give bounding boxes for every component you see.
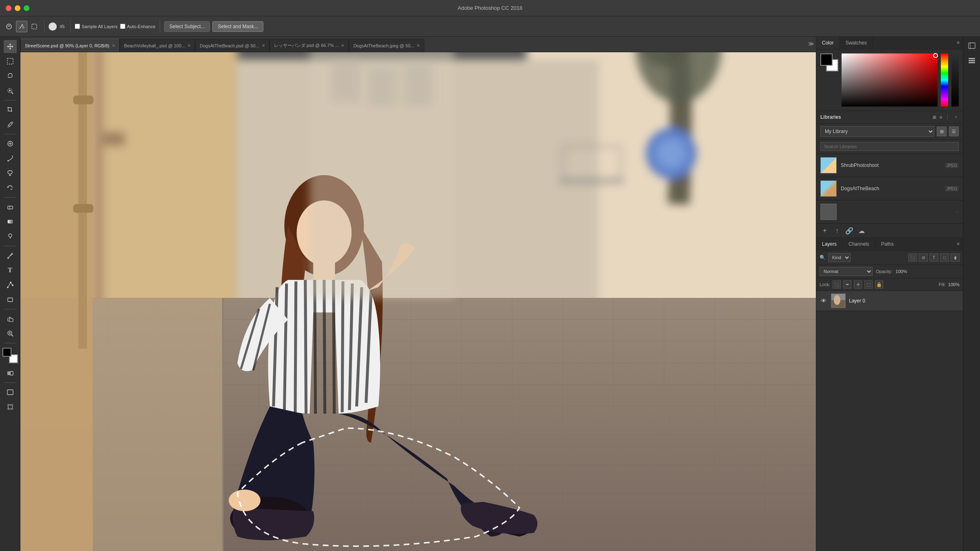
dodge-tool-btn[interactable] [4, 230, 17, 243]
tabs-collapse-btn[interactable]: ≫ [806, 38, 816, 49]
gradient-tool-btn[interactable] [4, 215, 17, 228]
lock-transparent-btn[interactable]: ⬛ [833, 280, 841, 289]
color-picker-area [816, 49, 963, 111]
libraries-cloud-icon[interactable]: ☁ [857, 226, 866, 235]
tab-dogsatthebeach2[interactable]: DogsAtTheBeach.jpeg @ 50... ✕ [349, 39, 424, 52]
libraries-link-icon[interactable]: 🔗 [845, 226, 854, 235]
tab-close-streetscene[interactable]: ✕ [112, 43, 115, 48]
layers-panel-collapse[interactable]: ≡ [954, 238, 963, 250]
canvas-image [20, 52, 816, 551]
lasso-tool-btn[interactable] [4, 69, 17, 82]
brush-tool-btn[interactable] [4, 152, 17, 165]
libraries-expand-btn[interactable]: » [953, 115, 959, 120]
tab-close-dogs2[interactable]: ✕ [416, 43, 420, 48]
layers-tab[interactable]: Layers [816, 238, 842, 250]
healing-tool-btn[interactable] [4, 137, 17, 150]
libraries-grid-icon[interactable]: ⊞ [933, 115, 936, 120]
tab-streetscene[interactable]: StreetScene.psd @ 90% (Layer 0, RGB/8) ✕ [20, 39, 120, 52]
shape-tool-btn[interactable] [4, 293, 17, 306]
quick-select-btn[interactable] [3, 21, 15, 32]
auto-enhance-checkbox[interactable] [120, 24, 125, 29]
quick-select-tool-btn[interactable] [4, 84, 17, 97]
sample-all-layers-label[interactable]: Sample All Layers [75, 24, 118, 29]
hand-tool-btn[interactable] [4, 312, 17, 325]
path-selection-btn[interactable] [4, 278, 17, 291]
color-gradient-cursor [933, 53, 938, 58]
brush-size-preview[interactable] [49, 22, 57, 31]
blend-mode-select[interactable]: Normal [820, 267, 873, 276]
library-item-dogs[interactable]: DogsAtTheBeach JPEG [816, 177, 963, 200]
tab-raccoon[interactable]: レッサーパンダ.psd @ 66.7% ... ✕ [270, 39, 349, 52]
fg-bg-colors[interactable] [2, 348, 18, 363]
object-select-btn[interactable] [29, 21, 40, 32]
libraries-dropdown[interactable]: My Library [820, 126, 934, 137]
hue-slider[interactable] [941, 53, 948, 107]
filter-smart-btn[interactable]: ⧫ [951, 253, 960, 262]
tab-beachvolleyball[interactable]: BeachVolleyball_.psd @ 100... ✕ [120, 39, 195, 52]
artboard-btn[interactable] [4, 400, 17, 413]
auto-enhance-label[interactable]: Auto-Enhance [120, 24, 156, 29]
color-gradient-picker[interactable] [842, 53, 938, 107]
canvas-viewport[interactable] [20, 52, 816, 551]
libraries-search-input[interactable] [820, 142, 959, 151]
tab-close-raccoon[interactable]: ✕ [341, 43, 344, 48]
marquee-tool-btn[interactable] [4, 55, 17, 68]
layers-filter-select[interactable]: Kind [828, 253, 851, 262]
swatches-tab[interactable]: Swatches [840, 37, 873, 49]
quick-mask-btn[interactable] [4, 367, 17, 380]
minimize-button[interactable] [15, 5, 20, 11]
layers-panel: Layers Channels Paths ≡ 🔍 Kind ⬛ ⊘ [816, 238, 963, 551]
layer-visibility-0[interactable]: 👁 [820, 297, 828, 305]
svg-rect-102 [73, 96, 94, 104]
filter-type-btn[interactable]: T [929, 253, 938, 262]
history-brush-btn[interactable] [4, 181, 17, 194]
channels-tab[interactable]: Channels [843, 238, 875, 250]
libraries-upload-btn[interactable]: ↑ [833, 226, 842, 235]
magic-wand-btn[interactable] [16, 21, 27, 32]
tab-close-dogs1[interactable]: ✕ [262, 43, 265, 48]
tab-dogsatthebeach1[interactable]: DogsAtTheBeach.psd @ 50... ✕ [195, 39, 270, 52]
close-button[interactable] [6, 5, 11, 11]
properties-strip-icon[interactable] [965, 39, 978, 52]
libraries-list-icon[interactable]: ≡ [940, 115, 942, 120]
tab-close-beach[interactable]: ✕ [187, 43, 191, 48]
crop-tool-btn[interactable] [4, 103, 17, 116]
color-fg-bg-swatches[interactable] [820, 53, 838, 71]
color-tab[interactable]: Color [816, 37, 840, 49]
svg-rect-27 [8, 405, 12, 409]
maximize-button[interactable] [24, 5, 29, 11]
sample-all-layers-checkbox[interactable] [75, 24, 80, 29]
layer-item-0[interactable]: 👁 Layer 0 [816, 291, 963, 311]
libraries-view-list-btn[interactable]: ☰ [949, 127, 959, 136]
clone-stamp-btn[interactable] [4, 167, 17, 180]
libraries-view-grid-btn[interactable]: ⊞ [937, 127, 947, 136]
type-tool-btn[interactable]: T [4, 264, 17, 277]
foreground-color-swatch[interactable] [2, 348, 11, 357]
libraries-add-btn[interactable]: + [820, 226, 829, 235]
select-subject-button[interactable]: Select Subject... [164, 21, 210, 32]
screen-mode-btn[interactable] [4, 386, 17, 399]
eyedropper-tool-btn[interactable] [4, 118, 17, 131]
pen-tool-btn[interactable] [4, 249, 17, 262]
filter-search-icon: 🔍 [820, 255, 826, 260]
paths-tab[interactable]: Paths [875, 238, 900, 250]
eraser-tool-btn[interactable] [4, 200, 17, 213]
alpha-slider[interactable] [951, 53, 959, 107]
select-and-mask-button[interactable]: Select and Mask... [212, 21, 263, 32]
filter-shape-btn[interactable]: □ [940, 253, 949, 262]
lock-image-btn[interactable]: ✒ [843, 280, 851, 289]
zoom-tool-btn[interactable] [4, 327, 17, 340]
color-panel-collapse[interactable]: ≡ [954, 37, 963, 49]
lock-position-btn[interactable]: ✛ [854, 280, 862, 289]
layers-strip-icon[interactable] [965, 54, 978, 67]
filter-pixel-btn[interactable]: ⬛ [908, 253, 917, 262]
move-tool-btn[interactable] [4, 40, 17, 53]
filter-adjustment-btn[interactable]: ⊘ [919, 253, 928, 262]
libraries-menu-icon[interactable]: ⋮ [945, 115, 950, 120]
library-item-shrub[interactable]: ShrubPhotoshoot JPEG [816, 154, 963, 177]
sep3 [160, 20, 160, 33]
library-item-empty[interactable] [816, 200, 963, 224]
lock-all-btn[interactable]: 🔒 [875, 280, 883, 289]
color-foreground-swatch[interactable] [820, 53, 833, 66]
lock-artboard-btn[interactable]: ⬚ [864, 280, 873, 289]
